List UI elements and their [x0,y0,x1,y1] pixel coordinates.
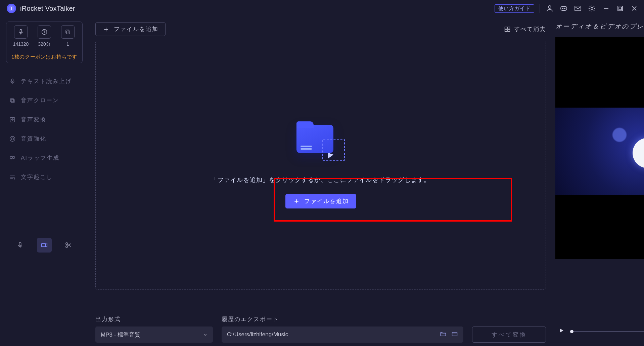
chevron-down-icon [203,332,208,337]
content: ＋ ファイルを追加 すべて消去 「ファイルを追加」をクリックするか、ここにファイ… [89,17,553,346]
output-format-label: 出力形式 [95,315,213,323]
copy-icon [61,25,75,39]
stat-minutes-value: 320分 [38,41,50,47]
svg-rect-29 [452,332,457,336]
nav-item-tts[interactable]: テキスト読み上げ [6,75,83,87]
text-icon [38,25,51,39]
tool-mic-button[interactable] [13,238,28,253]
convert-all-label: すべて変換 [492,331,527,339]
add-file-label: ファイルを追加 [114,25,158,33]
nav-label: 音声クローン [21,97,59,104]
browse-folder-icon[interactable] [451,331,458,339]
stat-characters[interactable]: 141320 [9,25,33,47]
nav-item-ai-rap[interactable]: AIラップ生成 [6,152,83,164]
mail-icon[interactable] [573,4,582,13]
svg-rect-12 [66,30,69,33]
convert-all-button[interactable]: すべて変換 [472,326,546,343]
stats-row: 141320 320分 1 [9,25,80,47]
rap-icon [9,154,16,162]
bottom-panel: 出力形式 MP3 - 標準音質 履歴のエクスポート C:/Users/lizhi… [95,311,546,343]
seek-slider[interactable] [570,331,644,332]
clone-icon [9,97,16,104]
player-box [555,37,644,259]
drop-text: 「ファイルを追加」をクリックするか、ここにファイルをドラッグします。 [211,176,430,184]
bokeh-icon [612,128,627,142]
svg-rect-22 [42,243,46,246]
play-button[interactable] [558,327,565,336]
titlebar-right: 使い方ガイド [495,4,639,13]
titlebar: iRocket VoxTalker 使い方ガイド [0,0,644,17]
export-path-label: 履歴のエクスポート [222,315,463,323]
stat-count[interactable]: 1 [56,25,80,47]
sidebar: 141320 320分 1 1枚のクーポンはお持ちです テキスト読み上げ [0,17,89,346]
maximize-icon[interactable] [616,4,625,13]
discord-icon[interactable] [559,4,568,13]
nav-item-quality[interactable]: 音質強化 [6,133,83,145]
export-path-value: C:/Users/lizhifeng/Music [227,331,435,338]
svg-point-6 [591,7,593,9]
nav-label: AIラップ生成 [21,154,59,162]
export-path-group: 履歴のエクスポート C:/Users/lizhifeng/Music [222,315,463,343]
nav-item-voice-clone[interactable]: 音声クローン [6,94,83,106]
svg-rect-13 [12,79,13,81]
stats-box: 141320 320分 1 1枚のクーポンはお持ちです [6,22,83,63]
clear-all-button[interactable]: すべて消去 [504,25,546,33]
svg-rect-9 [20,30,22,33]
output-format-value: MP3 - 標準音質 [101,331,140,339]
stat-count-value: 1 [66,41,69,47]
seek-thumb[interactable] [570,330,573,333]
mic-icon [14,25,28,39]
svg-rect-8 [619,7,622,10]
svg-point-3 [562,8,563,9]
drop-zone[interactable]: 「ファイルを追加」をクリックするか、ここにファイルをドラッグします。 ＋ ファイ… [95,41,546,290]
app-title: iRocket VoxTalker [20,5,75,12]
add-file-button-outline[interactable]: ＋ ファイルを追加 [95,22,166,36]
preview-column: オーディオ＆ビデオのプレビュー 00:00 / 00:00:00 [553,17,644,346]
stat-characters-value: 141320 [13,41,29,47]
minimize-icon[interactable] [602,4,610,13]
transcribe-icon [9,174,16,181]
svg-rect-27 [505,29,507,31]
add-file-button-primary[interactable]: ＋ ファイルを追加 [285,194,356,208]
svg-point-20 [12,156,15,159]
close-icon[interactable] [630,4,639,13]
folder-illustration [294,122,348,166]
time-row: 00:00 / 00:00:00 [555,315,644,325]
tool-row [6,238,83,340]
svg-point-4 [564,8,565,9]
nav-label: 音質強化 [21,135,46,143]
titlebar-left: iRocket VoxTalker [7,4,75,13]
svg-rect-21 [19,242,21,245]
main: 141320 320分 1 1枚のクーポンはお持ちです テキスト読み上げ [0,17,644,346]
nav-label: テキスト読み上げ [21,77,72,85]
player-placeholder-art [555,108,644,195]
play-overlay-icon[interactable] [633,138,644,168]
tool-video-button[interactable] [37,238,52,253]
user-icon[interactable] [545,4,554,13]
svg-point-19 [10,156,12,159]
divider [540,4,540,13]
svg-rect-25 [505,27,507,29]
svg-rect-26 [508,27,510,29]
nav-item-voice-convert[interactable]: 音声変換 [6,114,83,125]
coupon-banner[interactable]: 1枚のクーポンはお持ちです [9,51,80,63]
app-logo-icon [7,4,16,13]
content-toolbar: ＋ ファイルを追加 すべて消去 [95,22,546,36]
selection-rect-icon [322,139,345,161]
svg-point-17 [10,136,15,141]
open-folder-icon[interactable] [440,331,447,339]
quality-icon [9,135,16,143]
guide-button[interactable]: 使い方ガイド [495,4,534,13]
tts-icon [9,78,16,85]
nav-menu: テキスト読み上げ 音声クローン 音声変換 音質強化 AIラップ生成 文字起こし [6,75,83,183]
nav-item-transcribe[interactable]: 文字起こし [6,171,83,183]
svg-point-18 [11,138,14,140]
player-controls [555,325,644,343]
tool-cut-button[interactable] [61,238,76,253]
svg-rect-11 [67,31,70,34]
settings-icon[interactable] [588,4,596,13]
stat-minutes[interactable]: 320分 [33,25,56,47]
svg-rect-14 [11,99,14,102]
output-format-select[interactable]: MP3 - 標準音質 [95,326,213,343]
add-file-label: ファイルを追加 [304,197,349,205]
